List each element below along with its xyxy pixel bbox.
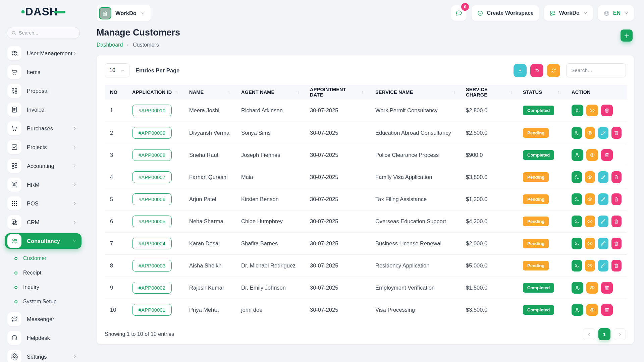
- view-button[interactable]: [586, 282, 598, 294]
- assign-agent-button[interactable]: [572, 105, 583, 116]
- workdo-menu-button[interactable]: WorkDo: [544, 5, 593, 21]
- reset-button[interactable]: [530, 64, 543, 77]
- view-button[interactable]: [585, 171, 595, 183]
- column-header-name[interactable]: NAME↑↓: [184, 85, 236, 100]
- delete-button[interactable]: [611, 193, 622, 205]
- view-button[interactable]: [586, 304, 598, 316]
- delete-button[interactable]: [611, 127, 622, 139]
- message-count-badge: 0: [461, 3, 469, 11]
- application-id-badge: #APP00004: [132, 238, 172, 249]
- sidebar-item-hrm[interactable]: HRM: [5, 177, 82, 192]
- sidebar-item-consultancy[interactable]: Consultancy: [5, 233, 82, 249]
- sidebar-subitem-system-setup[interactable]: System Setup: [14, 295, 82, 308]
- delete-button[interactable]: [601, 105, 613, 116]
- refresh-button[interactable]: [547, 64, 560, 77]
- sidebar-subitem-inquiry[interactable]: Inquiry: [14, 281, 82, 294]
- sidebar-item-user-management[interactable]: User Management: [5, 46, 82, 61]
- delete-button[interactable]: [601, 282, 613, 294]
- edit-button[interactable]: [598, 127, 608, 139]
- create-workspace-button[interactable]: Create Workspace: [472, 5, 539, 21]
- view-button[interactable]: [586, 149, 598, 161]
- sidebar-item-accounting[interactable]: Accounting: [5, 158, 82, 174]
- export-button[interactable]: [514, 64, 527, 77]
- delete-button[interactable]: [601, 304, 613, 316]
- sidebar-item-items[interactable]: Items: [5, 64, 82, 80]
- status-badge: Pending: [523, 261, 549, 270]
- cell-service-charge: $2,000.0: [461, 232, 518, 254]
- view-button[interactable]: [585, 127, 595, 139]
- sidebar-item-messenger[interactable]: Messenger: [5, 311, 82, 327]
- sidebar-item-proposal[interactable]: Proposal: [5, 83, 82, 99]
- column-header-appointment-date[interactable]: APPOINTMENT DATE↑↓: [305, 85, 370, 100]
- view-button[interactable]: [585, 216, 595, 227]
- view-button[interactable]: [585, 238, 595, 249]
- sidebar-item-helpdesk[interactable]: Helpdesk: [5, 330, 82, 346]
- cell-agent-name: Shafira Barnes: [236, 232, 305, 254]
- edit-button[interactable]: [598, 193, 608, 205]
- sidebar-search-input[interactable]: [19, 30, 69, 36]
- assign-agent-button[interactable]: [572, 238, 582, 249]
- chevron-right-icon: [618, 332, 622, 337]
- edit-button[interactable]: [598, 216, 608, 227]
- table-search-input[interactable]: [566, 63, 626, 77]
- delete-button[interactable]: [611, 238, 622, 249]
- assign-agent-button[interactable]: [572, 216, 582, 227]
- status-badge: Completed: [523, 283, 554, 293]
- column-header-service-charge[interactable]: SERVICE CHARGE↑↓: [461, 85, 518, 100]
- delete-button[interactable]: [611, 171, 622, 183]
- edit-button[interactable]: [598, 171, 608, 183]
- entries-per-page-select[interactable]: 10: [105, 63, 129, 77]
- add-customer-button[interactable]: [621, 29, 633, 42]
- assign-agent-button[interactable]: [572, 282, 583, 294]
- language-selector[interactable]: EN: [598, 5, 634, 21]
- pagination-prev-button[interactable]: [583, 328, 595, 340]
- sort-icon: ↑↓: [175, 90, 179, 94]
- assign-agent-button[interactable]: [572, 127, 582, 139]
- cell-service-name: Police Clearance Process: [370, 144, 461, 166]
- table-body: 1#APP00010Meera JoshiRichard Atkinson30-…: [105, 100, 627, 321]
- cell-no: 2: [105, 122, 127, 144]
- view-button[interactable]: [586, 105, 598, 116]
- workspace-selector[interactable]: WorkDo: [97, 5, 151, 21]
- delete-button[interactable]: [611, 216, 622, 227]
- sidebar-subitem-receipt[interactable]: Receipt: [14, 266, 82, 279]
- pagination-page-1-button[interactable]: 1: [598, 328, 610, 340]
- assign-agent-button[interactable]: [572, 149, 583, 161]
- row-actions: [572, 105, 622, 116]
- view-button[interactable]: [585, 193, 595, 205]
- app-logo[interactable]: DASH: [0, 0, 87, 23]
- column-header-service-name[interactable]: SERVICE NAME↑↓: [370, 85, 461, 100]
- entries-per-page-value: 10: [109, 67, 115, 73]
- sidebar-item-crm[interactable]: CRM: [5, 215, 82, 230]
- column-header-application-id[interactable]: APPLICATION ID↑↓: [127, 85, 184, 100]
- sidebar-subitem-customer[interactable]: Customer: [14, 252, 82, 265]
- table-row: 5#APP00006Arjun PatelKirsten Benson30-07…: [105, 188, 627, 210]
- pagination: 1: [583, 328, 626, 340]
- assign-agent-button[interactable]: [572, 260, 582, 272]
- grid-plus-icon: [7, 159, 21, 173]
- undo-icon: [534, 68, 540, 73]
- delete-button[interactable]: [601, 149, 613, 161]
- view-button[interactable]: [585, 260, 595, 272]
- pagination-next-button[interactable]: [614, 328, 626, 340]
- breadcrumb-dashboard-link[interactable]: Dashboard: [97, 42, 123, 48]
- assign-agent-button[interactable]: [572, 193, 582, 205]
- sidebar-search[interactable]: [7, 27, 80, 39]
- sidebar-item-purchases[interactable]: Purchases: [5, 121, 82, 136]
- column-header-status[interactable]: STATUS↑↓: [518, 85, 566, 100]
- cell-no: 9: [105, 277, 127, 299]
- delete-button[interactable]: [611, 260, 622, 272]
- cell-appointment-date: 30-07-2025: [305, 122, 370, 144]
- cell-no: 5: [105, 188, 127, 210]
- assign-agent-button[interactable]: [572, 171, 582, 183]
- user-scan-icon: [7, 178, 21, 192]
- sidebar-item-settings[interactable]: Settings: [5, 349, 82, 362]
- assign-agent-button[interactable]: [572, 304, 583, 316]
- edit-button[interactable]: [598, 260, 608, 272]
- column-header-agent-name[interactable]: AGENT NAME↑↓: [236, 85, 305, 100]
- sidebar-item-pos[interactable]: POS: [5, 196, 82, 211]
- edit-button[interactable]: [598, 238, 608, 249]
- sidebar-item-invoice[interactable]: Invoice: [5, 102, 82, 117]
- sidebar-item-projects[interactable]: Projects: [5, 139, 82, 155]
- messages-button[interactable]: 0: [451, 5, 467, 21]
